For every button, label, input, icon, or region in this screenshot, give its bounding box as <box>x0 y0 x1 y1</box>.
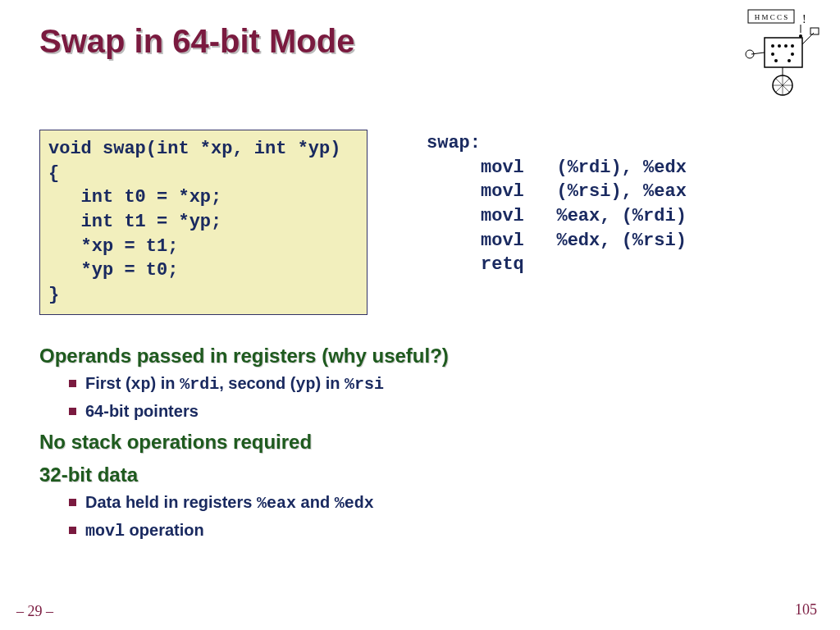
svg-point-7 <box>778 44 781 48</box>
code-yp: yp <box>296 375 316 394</box>
svg-text:H M C  C S: H M C C S <box>755 13 788 21</box>
text: , second ( <box>219 374 295 392</box>
svg-text:!: ! <box>802 13 806 25</box>
bullet-64bit-pointers: 64-bit pointers <box>69 402 801 421</box>
svg-point-8 <box>784 44 788 48</box>
svg-point-13 <box>788 59 791 62</box>
code-xp: xp <box>131 375 151 394</box>
text: First ( <box>85 374 131 392</box>
svg-point-9 <box>791 44 794 48</box>
text: operation <box>125 521 204 539</box>
bullet-data-registers: Data held in registers %eax and %edx <box>69 493 801 513</box>
content-area: Operands passed in registers (why useful… <box>39 335 801 549</box>
text: ) in <box>151 374 180 392</box>
section-no-stack: No stack operations required <box>39 431 801 454</box>
page-number-right: 105 <box>795 601 817 619</box>
svg-rect-17 <box>810 28 819 34</box>
section-32bit-data: 32-bit data <box>39 463 801 486</box>
hmc-cs-logo: H M C C S ! <box>742 8 824 98</box>
text: ) in <box>316 374 345 392</box>
svg-point-6 <box>771 44 774 48</box>
slide-title: Swap in 64-bit Mode <box>39 23 354 60</box>
asm-code-block: swap: movl (%rdi), %edx movl (%rsi), %ea… <box>427 131 687 277</box>
page-number-left: – 29 – <box>16 603 53 620</box>
svg-point-10 <box>771 52 774 56</box>
code-rdi: %rdi <box>180 375 219 394</box>
text: and <box>296 493 335 511</box>
code-rsi: %rsi <box>345 375 384 394</box>
svg-point-11 <box>791 52 794 56</box>
code-edx: %edx <box>335 494 374 513</box>
code-eax: %eax <box>257 494 296 513</box>
text: Data held in registers <box>85 493 257 511</box>
bullet-movl: movl operation <box>69 521 801 541</box>
svg-rect-5 <box>765 38 802 67</box>
code-movl: movl <box>85 522 125 541</box>
section-operands: Operands passed in registers (why useful… <box>39 345 801 368</box>
svg-point-12 <box>774 59 778 62</box>
bullet-registers: First (xp) in %rdi, second (yp) in %rsi <box>69 374 801 394</box>
c-code-block: void swap(int *xp, int *yp) { int t0 = *… <box>39 130 368 315</box>
